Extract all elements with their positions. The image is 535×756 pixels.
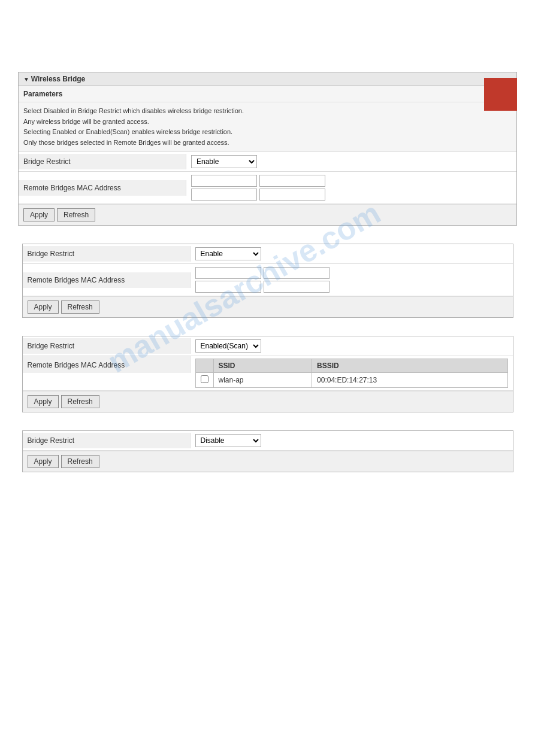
s4-bridge-restrict-select[interactable]: Disable Enable Enabled(Scan) <box>195 434 261 447</box>
mac-input-1b[interactable] <box>259 175 325 187</box>
s3-bridge-restrict-row: Bridge Restrict Disable Enable Enabled(S… <box>23 336 513 356</box>
bridge-restrict-label: Bridge Restrict <box>19 154 186 169</box>
s4-refresh-button[interactable]: Refresh <box>61 455 99 468</box>
remote-mac-control <box>186 172 516 204</box>
section2-panel: Bridge Restrict Disable Enable Enabled(S… <box>22 244 513 318</box>
s3-scan-table-area: SSID BSSID <box>191 356 513 390</box>
section4-panel: Bridge Restrict Disable Enable Enabled(S… <box>22 430 513 472</box>
s2-mac-input-1b[interactable] <box>264 267 330 279</box>
button-row-main: Apply Refresh <box>19 204 516 225</box>
description-text: Select Disabled in Bridge Restrict which… <box>19 102 516 152</box>
s3-bridge-restrict-label: Bridge Restrict <box>23 338 191 354</box>
s2-apply-button[interactable]: Apply <box>28 300 59 314</box>
red-square-decoration <box>484 78 517 111</box>
remote-mac-label: Remote Bridges MAC Address <box>19 180 186 196</box>
s2-remote-mac-label: Remote Bridges MAC Address <box>23 272 191 288</box>
s3-bridge-restrict-control: Disable Enable Enabled(Scan) <box>191 336 513 356</box>
mac-row-1 <box>191 175 325 187</box>
s3-refresh-button[interactable]: Refresh <box>61 395 99 408</box>
mac-input-2a[interactable] <box>191 189 257 201</box>
refresh-button-main[interactable]: Refresh <box>57 208 95 221</box>
s3-button-row: Apply Refresh <box>23 391 513 412</box>
s4-bridge-restrict-label: Bridge Restrict <box>23 433 191 448</box>
s4-apply-button[interactable]: Apply <box>28 455 59 468</box>
s2-button-row: Apply Refresh <box>23 296 513 317</box>
s3-remote-mac-label: Remote Bridges MAC Address <box>23 356 191 373</box>
s2-mac-input-2a[interactable] <box>195 281 261 293</box>
s4-button-row: Apply Refresh <box>23 451 513 472</box>
s4-bridge-restrict-control: Disable Enable Enabled(Scan) <box>191 431 513 450</box>
apply-button-main[interactable]: Apply <box>23 208 55 221</box>
wireless-bridge-panel: Wireless Bridge Parameters Select Disabl… <box>18 72 517 226</box>
scan-row-checkbox-cell <box>195 373 213 388</box>
s2-bridge-restrict-label: Bridge Restrict <box>23 246 191 262</box>
wireless-bridge-header: Wireless Bridge <box>19 72 516 86</box>
remote-mac-row: Remote Bridges MAC Address <box>19 172 516 204</box>
scan-table-check-header <box>195 359 213 373</box>
s3-apply-button[interactable]: Apply <box>28 395 59 408</box>
s2-mac-row-1 <box>195 267 330 279</box>
s2-refresh-button[interactable]: Refresh <box>61 300 99 314</box>
s2-mac-inputs <box>195 267 330 293</box>
s2-remote-mac-row: Remote Bridges MAC Address <box>23 264 513 296</box>
s2-mac-input-1a[interactable] <box>195 267 261 279</box>
mac-input-1a[interactable] <box>191 175 257 187</box>
section3-panel: Bridge Restrict Disable Enable Enabled(S… <box>22 336 513 412</box>
s3-remote-mac-row: Remote Bridges MAC Address SSID BSSID <box>23 356 513 391</box>
scan-table-bssid-header: BSSID <box>312 359 507 373</box>
s2-mac-row-2 <box>195 281 330 293</box>
s2-remote-mac-control <box>191 264 513 296</box>
mac-row-2 <box>191 189 325 201</box>
s4-bridge-restrict-row: Bridge Restrict Disable Enable Enabled(S… <box>23 431 513 451</box>
content-area: Wireless Bridge Parameters Select Disabl… <box>0 60 535 502</box>
scan-row-checkbox[interactable] <box>201 375 208 383</box>
scan-row-bssid: 00:04:ED:14:27:13 <box>312 373 507 388</box>
scan-table: SSID BSSID <box>195 359 508 388</box>
bridge-restrict-row: Bridge Restrict Disable Enable Enabled(S… <box>19 152 516 172</box>
scan-row-ssid: wlan-ap <box>213 373 312 388</box>
bridge-restrict-select[interactable]: Disable Enable Enabled(Scan) <box>191 155 257 168</box>
s2-bridge-restrict-control: Disable Enable Enabled(Scan) <box>191 244 513 263</box>
s2-bridge-restrict-row: Bridge Restrict Disable Enable Enabled(S… <box>23 244 513 264</box>
scan-table-ssid-header: SSID <box>213 359 312 373</box>
bridge-restrict-control: Disable Enable Enabled(Scan) <box>186 152 516 171</box>
s2-bridge-restrict-select[interactable]: Disable Enable Enabled(Scan) <box>195 247 261 260</box>
parameters-label: Parameters <box>19 86 516 102</box>
panel-body: Parameters Select Disabled in Bridge Res… <box>19 86 516 225</box>
mac-input-2b[interactable] <box>259 189 325 201</box>
page-wrapper: manualsarchive.com Wireless Bridge Param… <box>0 60 535 756</box>
s2-mac-input-2b[interactable] <box>264 281 330 293</box>
mac-inputs <box>191 175 325 201</box>
table-row: wlan-ap 00:04:ED:14:27:13 <box>195 373 507 388</box>
s3-bridge-restrict-select[interactable]: Disable Enable Enabled(Scan) <box>195 339 261 353</box>
